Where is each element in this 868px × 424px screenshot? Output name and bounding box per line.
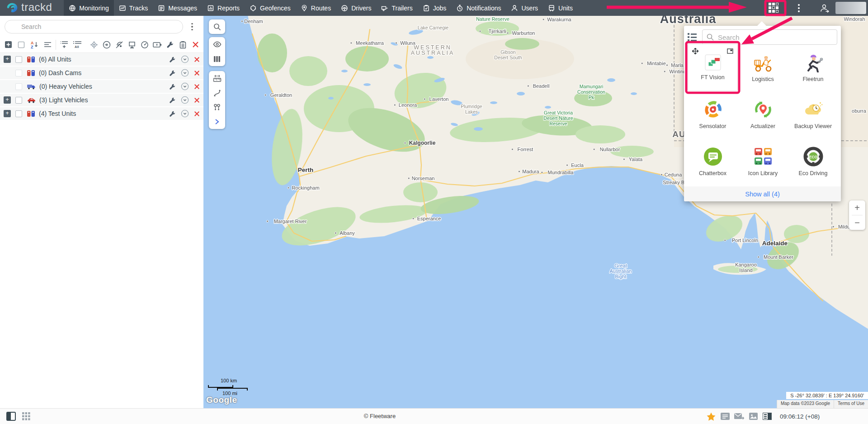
- nav-monitoring[interactable]: Monitoring: [64, 0, 113, 16]
- nav-routes[interactable]: Routes: [296, 0, 336, 16]
- wrench-icon[interactable]: [169, 56, 176, 63]
- circle-chevron-icon[interactable]: [181, 69, 189, 77]
- person-icon: [511, 5, 518, 12]
- list-all-icon[interactable]: All: [73, 40, 82, 49]
- list-view-icon[interactable]: [688, 32, 698, 43]
- wrench-icon[interactable]: [169, 97, 176, 104]
- delete-x-icon[interactable]: [194, 57, 200, 62]
- app-logistics[interactable]: Logistics: [738, 44, 788, 91]
- delete-x-icon[interactable]: [194, 111, 200, 117]
- app-actualizer[interactable]: Actualizer: [738, 91, 788, 138]
- map-label: Laverton: [429, 96, 449, 102]
- delete-x-icon[interactable]: [194, 84, 200, 90]
- list-add-icon[interactable]: [60, 40, 69, 49]
- table-contrast-icon[interactable]: [762, 411, 772, 421]
- layers-columns-icon[interactable]: [209, 52, 225, 66]
- wrench-icon[interactable]: [169, 83, 176, 90]
- eye-icon[interactable]: [209, 37, 225, 52]
- terms-of-use-link[interactable]: Terms of Use: [834, 400, 868, 408]
- wrench-icon[interactable]: [169, 70, 176, 76]
- app-eco-driving[interactable]: ECO Eco Driving: [788, 138, 838, 185]
- circle-chevron-icon[interactable]: [181, 82, 189, 91]
- move-icon[interactable]: [692, 48, 698, 54]
- circle-chevron-icon[interactable]: [181, 55, 189, 63]
- circle-chevron-icon[interactable]: [181, 96, 189, 104]
- user-switch-icon[interactable]: [819, 3, 830, 15]
- unit-group-row-test-units[interactable]: + (4) Test Units: [0, 107, 203, 121]
- map-town-dot: [408, 177, 410, 179]
- app-backup-viewer[interactable]: Backup Viewer: [788, 91, 838, 138]
- heading-icon[interactable]: [102, 40, 111, 49]
- expand-plus-icon[interactable]: +: [4, 110, 11, 117]
- delete-x-icon[interactable]: [194, 70, 200, 76]
- properties-icon[interactable]: [43, 40, 52, 49]
- row-checkbox[interactable]: [15, 70, 22, 76]
- mail-forward-icon[interactable]: [734, 411, 744, 421]
- open-panel-icon[interactable]: [727, 48, 733, 54]
- track-curve-icon[interactable]: [209, 86, 225, 100]
- nav-notifications[interactable]: Notifications: [451, 0, 506, 16]
- apps-search-input[interactable]: [702, 29, 837, 45]
- show-all-link[interactable]: Show all (4): [745, 191, 780, 198]
- nav-users[interactable]: Users: [506, 0, 543, 16]
- nav-geofences[interactable]: Geofences: [245, 0, 296, 16]
- app-label: Eco Driving: [799, 170, 828, 176]
- nav-drivers[interactable]: Drivers: [336, 0, 376, 16]
- gauge-icon[interactable]: [140, 40, 149, 49]
- circle-chevron-icon[interactable]: [181, 110, 189, 118]
- map-attribution: Map data ©2023 Google Terms of Use: [777, 400, 868, 408]
- locate-icon[interactable]: [90, 40, 99, 49]
- apps-grid-icon[interactable]: [769, 3, 782, 13]
- grid-icon[interactable]: [22, 412, 30, 420]
- app-chatterbox[interactable]: Chatterbox: [688, 138, 738, 185]
- ruler-icon[interactable]: [209, 71, 225, 86]
- unit-group-row-light-vehicles[interactable]: + (3) Light Vehicles: [0, 94, 203, 107]
- wrench-icon[interactable]: [169, 110, 176, 117]
- logistics-icon: [753, 52, 773, 72]
- select-all-checkbox[interactable]: [17, 40, 26, 49]
- chevron-right-icon[interactable]: [209, 114, 225, 129]
- battery-icon[interactable]: [153, 40, 162, 49]
- sort-az-icon[interactable]: AZ: [30, 40, 39, 49]
- unit-group-row-dash-cams[interactable]: + (0) Dash Cams: [0, 67, 203, 80]
- nav-jobs[interactable]: Jobs: [418, 0, 452, 16]
- app-logo[interactable]: trackd: [0, 0, 64, 16]
- app-ft-vision[interactable]: FT Vision: [688, 44, 738, 91]
- monitor-icon[interactable]: [127, 40, 137, 49]
- search-input[interactable]: [5, 20, 183, 33]
- nav-units[interactable]: Units: [543, 0, 578, 16]
- more-vertical-icon[interactable]: [796, 3, 802, 13]
- nav-trailers[interactable]: Trailers: [376, 0, 417, 16]
- panel-toggle-icon[interactable]: [6, 412, 16, 421]
- row-checkbox[interactable]: [15, 83, 22, 90]
- map-town-dot: [518, 171, 520, 172]
- app-icon-library[interactable]: Icon Library: [738, 138, 788, 185]
- no-signal-icon[interactable]: [115, 40, 124, 49]
- expand-plus-icon[interactable]: +: [4, 96, 11, 104]
- expand-plus-icon[interactable]: +: [4, 56, 11, 63]
- app-sensolator[interactable]: Sensolator: [688, 91, 738, 138]
- app-fleetrun[interactable]: Fleetrun: [788, 44, 838, 91]
- map-search-icon[interactable]: [209, 19, 225, 34]
- zoom-out-button[interactable]: −: [849, 215, 865, 230]
- star-icon[interactable]: [706, 411, 716, 421]
- row-checkbox[interactable]: [15, 110, 22, 117]
- image-icon[interactable]: [748, 411, 758, 421]
- row-checkbox[interactable]: [15, 97, 22, 104]
- unit-group-row-all-units[interactable]: + (6) All Units: [0, 53, 203, 67]
- card-icon[interactable]: [720, 411, 730, 421]
- zoom-in-button[interactable]: +: [849, 200, 865, 215]
- nav-tracks[interactable]: Tracks: [114, 0, 153, 16]
- wrench-icon[interactable]: [165, 40, 175, 49]
- nav-reports[interactable]: Reports: [202, 0, 245, 16]
- delete-x-icon[interactable]: [191, 40, 200, 49]
- clipboard-icon[interactable]: [178, 40, 187, 49]
- linked-units-icon[interactable]: [209, 100, 225, 114]
- nav-messages[interactable]: Messages: [153, 0, 202, 16]
- sidebar-more-icon[interactable]: [189, 22, 195, 32]
- add-square-icon[interactable]: [4, 40, 13, 49]
- nav-label: Monitoring: [79, 5, 108, 12]
- delete-x-icon[interactable]: [194, 97, 200, 103]
- unit-group-row-heavy-vehicles[interactable]: + (0) Heavy Vehicles: [0, 80, 203, 94]
- row-checkbox[interactable]: [15, 56, 22, 63]
